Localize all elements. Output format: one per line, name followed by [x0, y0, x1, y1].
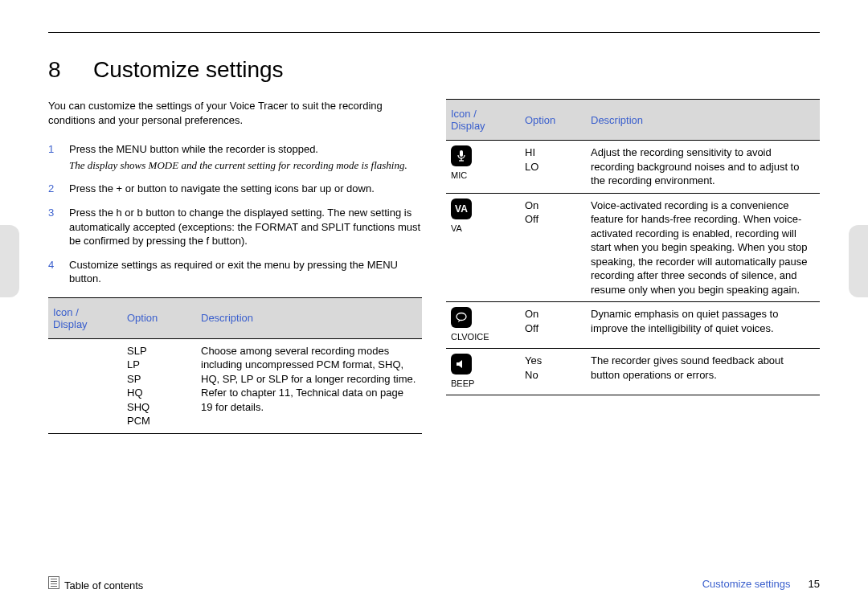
- cell-option: SLP LP SP HQ SHQ PCM: [122, 338, 196, 433]
- step-3: 3 Press the h or b button to change the …: [48, 206, 422, 248]
- cell-description: Choose among several recording modes inc…: [196, 338, 422, 433]
- clvoice-icon: [451, 307, 472, 328]
- prev-page-tab[interactable]: [0, 225, 19, 297]
- cell-icon-label: MIC: [451, 170, 515, 182]
- cell-icon-label: VA: [451, 223, 515, 235]
- cell-icon-label: BEEP: [451, 378, 515, 390]
- options-table-right: Icon / Display Option Description MIC HI…: [446, 99, 820, 395]
- th-description: Description: [586, 100, 820, 141]
- svg-text:BEEP: BEEP: [467, 362, 468, 369]
- step-2: 2 Press the + or button to navigate the …: [48, 182, 422, 196]
- th-description: Description: [196, 297, 422, 338]
- va-icon: VA: [451, 199, 472, 219]
- th-icon: Icon / Display: [48, 297, 122, 338]
- cell-option: Yes No: [520, 349, 586, 395]
- intro-text: You can customize the settings of your V…: [48, 99, 422, 128]
- cell-description: Dynamic emphasis on quiet passages to im…: [586, 302, 820, 349]
- step-number: 3: [48, 206, 69, 248]
- cell-icon-label: CLVOICE: [451, 331, 515, 343]
- next-page-tab[interactable]: [849, 225, 868, 297]
- step-number: 2: [48, 182, 69, 196]
- toc-icon: [48, 576, 59, 589]
- table-row: CLVOICE On Off Dynamic emphasis on quiet…: [446, 302, 820, 349]
- step-text: Press the + or button to navigate the se…: [69, 182, 422, 196]
- chapter-title: Customize settings: [93, 57, 284, 83]
- step-text: Press the h or b button to change the di…: [69, 206, 422, 248]
- th-option: Option: [520, 100, 586, 141]
- top-rule: [48, 32, 820, 33]
- toc-label: Table of contents: [64, 579, 143, 591]
- toc-link[interactable]: Table of contents: [48, 576, 143, 591]
- step-number: 1: [48, 142, 69, 172]
- chapter-heading: 8 Customize settings: [48, 57, 820, 83]
- step-text: Press the MENU button while the recorder…: [69, 143, 318, 155]
- mic-icon: [451, 145, 472, 166]
- cell-description: Adjust the recording sensitivity to avoi…: [586, 141, 820, 194]
- section-link[interactable]: Customize settings: [702, 578, 791, 590]
- table-row: BEEP BEEP Yes No The recorder gives soun…: [446, 349, 820, 395]
- step-4: 4 Customize settings as required or exit…: [48, 258, 422, 286]
- cell-option: On Off: [520, 193, 586, 302]
- beep-icon: BEEP: [451, 354, 472, 375]
- th-icon: Icon / Display: [446, 100, 520, 141]
- cell-description: The recorder gives sound feedback about …: [586, 349, 820, 395]
- step-subtext: The display shows MODE and the current s…: [69, 158, 422, 173]
- svg-point-3: [457, 313, 466, 321]
- step-number: 4: [48, 258, 69, 286]
- chapter-number: 8: [48, 57, 93, 83]
- options-table-left: Icon / Display Option Description SLP LP…: [48, 297, 422, 434]
- table-row: VA VA On Off Voice-activated recording i…: [446, 193, 820, 302]
- step-1: 1 Press the MENU button while the record…: [48, 142, 422, 172]
- th-option: Option: [122, 297, 196, 338]
- table-row: MIC HI LO Adjust the recording sensitivi…: [446, 141, 820, 194]
- cell-option: HI LO: [520, 141, 586, 194]
- step-text: Customize settings as required or exit t…: [69, 258, 422, 286]
- svg-rect-0: [460, 150, 463, 157]
- cell-option: On Off: [520, 302, 586, 349]
- table-row: SLP LP SP HQ SHQ PCM Choose among severa…: [48, 338, 422, 433]
- cell-description: Voice-activated recording is a convenien…: [586, 193, 820, 302]
- page-number: 15: [809, 578, 820, 590]
